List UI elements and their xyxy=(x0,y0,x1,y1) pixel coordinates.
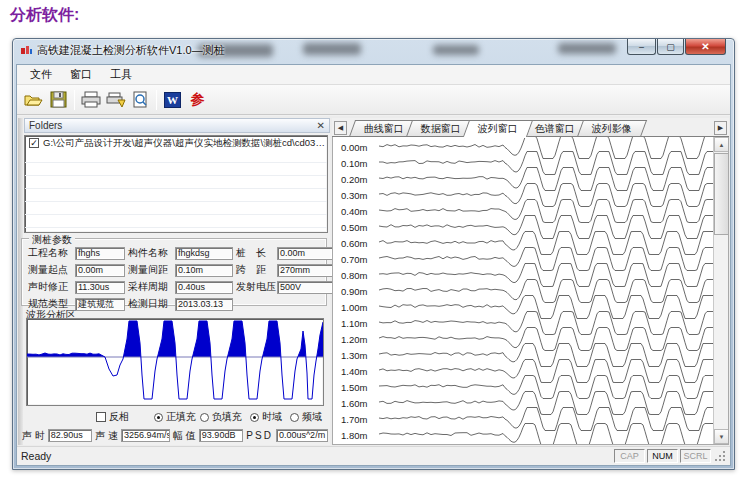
wave-trace xyxy=(379,280,719,303)
checkbox-empty-icon xyxy=(96,412,106,422)
depth-label: 0.80m xyxy=(341,270,367,281)
param-label: 检测日期 xyxy=(128,297,172,311)
wave-trace xyxy=(379,152,719,175)
vertical-scrollbar[interactable]: ▲ ▼ xyxy=(713,137,728,444)
fill-negative-radio[interactable]: 负填充 xyxy=(200,410,242,424)
print-preview-button[interactable] xyxy=(128,88,153,112)
param-label: 声时修正 xyxy=(28,280,72,294)
waveform-plot xyxy=(27,319,323,405)
maximize-button[interactable]: ▢ xyxy=(657,39,684,55)
print-button[interactable] xyxy=(78,88,103,112)
word-export-button[interactable]: W xyxy=(160,88,185,112)
depth-label: 1.60m xyxy=(341,398,367,409)
readout-label: 声 时 xyxy=(22,429,45,443)
list-row[interactable] xyxy=(25,202,327,215)
list-row[interactable] xyxy=(25,163,327,176)
minimize-button[interactable]: – xyxy=(627,39,656,55)
depth-label: 1.00m xyxy=(341,302,367,313)
depth-label: 0.50m xyxy=(341,222,367,233)
depth-label: 0.70m xyxy=(341,254,367,265)
param-label: 桩 长 xyxy=(236,246,274,260)
fill-positive-radio[interactable]: 正填充 xyxy=(154,410,196,424)
preview-icon xyxy=(132,91,149,109)
params-grid: 工程名称fhghs构件名称fhgkdsg桩 长0.00m测量起点0.00m测量间… xyxy=(28,246,333,311)
time-domain-radio[interactable]: 时域 xyxy=(250,410,282,424)
wave-train-area[interactable]: 0.00m0.10m0.20m0.30m0.40m0.50m0.60m0.70m… xyxy=(332,137,729,445)
status-indicator-num: NUM xyxy=(647,449,678,463)
save-floppy-icon xyxy=(50,91,67,108)
reference-button[interactable]: 参 xyxy=(185,88,210,112)
save-button[interactable] xyxy=(46,88,71,112)
radio-on-icon xyxy=(250,413,259,422)
folders-title: Folders xyxy=(29,120,62,131)
resize-grip-icon[interactable] xyxy=(714,450,726,462)
param-value[interactable]: 0.10m xyxy=(175,264,233,277)
wave-trace xyxy=(379,296,719,319)
status-indicators: CAPNUMSCRL xyxy=(614,449,711,463)
checkbox-checked-icon[interactable]: ✓ xyxy=(29,138,39,148)
tab-label: 曲线窗口 xyxy=(364,122,404,136)
time-domain-label: 时域 xyxy=(262,410,282,424)
wave-trace xyxy=(379,137,719,159)
folders-panel-header[interactable]: Folders ✕ xyxy=(24,118,330,133)
pile-params-group: 测桩参数 工程名称fhghs构件名称fhgkdsg桩 长0.00m测量起点0.0… xyxy=(21,238,327,306)
depth-label: 0.20m xyxy=(341,174,367,185)
folders-close-icon[interactable]: ✕ xyxy=(317,121,325,131)
tab-3[interactable]: 波列窗口 xyxy=(463,120,533,137)
list-row[interactable] xyxy=(25,189,327,202)
param-label: 跨 距 xyxy=(236,263,274,277)
right-panel: ◀ 曲线窗口数据窗口波列窗口色谱窗口波列影像 ▶ 0.00m0.10m0.20m… xyxy=(332,118,729,445)
wave-trace xyxy=(379,328,719,351)
waveform-chart[interactable] xyxy=(26,318,324,406)
wave-trace xyxy=(379,408,719,431)
tab-5[interactable]: 波列影像 xyxy=(577,120,647,137)
list-row[interactable] xyxy=(25,150,327,163)
param-value[interactable]: 0.00m xyxy=(75,264,125,277)
print-setup-button[interactable] xyxy=(103,88,128,112)
param-value[interactable]: fhghs xyxy=(75,247,125,260)
scroll-down-icon[interactable]: ▼ xyxy=(714,429,729,444)
readout-value[interactable]: 0.00us^2/m xyxy=(276,429,328,442)
scrollbar-thumb[interactable] xyxy=(714,153,729,235)
menu-item[interactable]: 工具 xyxy=(101,65,141,84)
param-value[interactable]: 2013.03.13 xyxy=(175,298,233,311)
menu-item[interactable]: 窗口 xyxy=(61,65,101,84)
freq-domain-radio[interactable]: 频域 xyxy=(290,410,322,424)
param-value[interactable]: 建筑规范 xyxy=(75,298,125,311)
depth-label: 0.30m xyxy=(341,190,367,201)
readout-value[interactable]: 3256.94m/s xyxy=(121,429,170,442)
toolbar-separator xyxy=(156,90,157,110)
status-bar: Ready CAPNUMSCRL xyxy=(17,446,730,465)
depth-label: 1.70m xyxy=(341,414,367,425)
tab-scroll-left-icon[interactable]: ◀ xyxy=(334,121,347,135)
invert-checkbox[interactable]: 反相 xyxy=(96,410,129,424)
readout-value[interactable]: 93.90dB xyxy=(199,429,243,442)
radio-on-icon xyxy=(154,413,163,422)
list-row[interactable] xyxy=(25,176,327,189)
param-value[interactable]: 0.40us xyxy=(175,281,233,294)
scroll-up-icon[interactable]: ▲ xyxy=(714,137,729,152)
param-value[interactable]: 0.00m xyxy=(277,247,333,260)
param-value[interactable]: 500V xyxy=(277,281,333,294)
depth-label: 0.00m xyxy=(341,142,367,153)
waveform-outline xyxy=(27,321,323,399)
status-text: Ready xyxy=(21,450,51,462)
readout-label: 声 速 xyxy=(95,429,118,443)
tab-scroll-right-icon[interactable]: ▶ xyxy=(714,121,727,135)
list-item[interactable]: ✓ G:\公司产品设计开发\超声仪器\超声仪实地检测数据\测桩cd\cd03\c… xyxy=(25,136,327,150)
title-bar[interactable]: 高铁建混凝土检测分析软件V1.0—测桩 – ▢ ✕ xyxy=(13,39,734,63)
param-value[interactable]: fhgkdsg xyxy=(175,247,233,260)
folders-list[interactable]: ✓ G:\公司产品设计开发\超声仪器\超声仪实地检测数据\测桩cd\cd03\c… xyxy=(24,135,328,233)
status-indicator-scrl: SCRL xyxy=(680,449,711,463)
close-button[interactable]: ✕ xyxy=(685,39,726,55)
depth-label: 0.60m xyxy=(341,238,367,249)
window-title: 高铁建混凝土检测分析软件V1.0—测桩 xyxy=(37,43,225,58)
open-button[interactable] xyxy=(21,88,46,112)
app-icon xyxy=(20,44,33,57)
param-value[interactable]: 270mm xyxy=(277,264,333,277)
list-row[interactable] xyxy=(25,215,327,228)
app-window: 高铁建混凝土检测分析软件V1.0—测桩 – ▢ ✕ 文件窗口工具 xyxy=(12,38,735,470)
readout-value[interactable]: 82.90us xyxy=(48,429,92,442)
param-value[interactable]: 11.30us xyxy=(75,281,125,294)
menu-item[interactable]: 文件 xyxy=(21,65,61,84)
